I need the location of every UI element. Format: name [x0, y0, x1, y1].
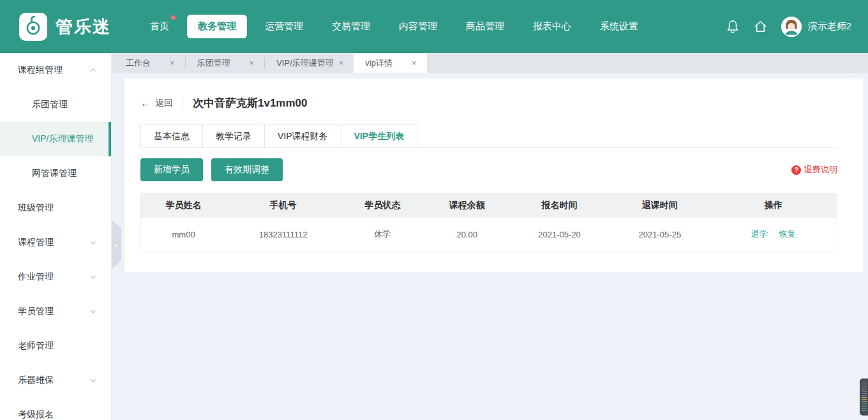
sidebar-item-vip-theory-mgmt[interactable]: VIP/乐理课管理 [0, 122, 111, 156]
adjust-validity-button[interactable]: 有效期调整 [211, 158, 283, 181]
nav-item-operations[interactable]: 运营管理 [254, 15, 314, 38]
sidebar-collapse-handle[interactable]: ‹ [112, 220, 121, 269]
tab-basic-info[interactable]: 基本信息 [140, 124, 203, 147]
close-icon[interactable]: × [412, 58, 417, 68]
restore-link[interactable]: 恢复 [779, 229, 796, 239]
sidebar-item-label: 乐器维保 [18, 375, 54, 386]
tab-teaching-records[interactable]: 教学记录 [203, 124, 265, 147]
sidebar-item-course-mgmt[interactable]: 课程管理 [0, 225, 111, 260]
striptab-orchestra-mgmt[interactable]: 乐团管理 × [186, 53, 265, 73]
tab-vip-course-finance[interactable]: VIP课程财务 [265, 124, 341, 147]
page-title: 次中音萨克斯1v1mm00 [193, 96, 308, 110]
cell-status: 休学 [340, 218, 424, 251]
sidebar-item-label: 课程管理 [18, 237, 54, 248]
collapse-chevron-icon: ‹ [115, 240, 117, 250]
main-nav: 首页 教务管理 运营管理 交易管理 内容管理 商品管理 报表中心 系统设置 [139, 15, 649, 38]
detail-card: ← 返回 次中音萨克斯1v1mm00 基本信息 教学记录 VIP课程财务 [124, 79, 863, 272]
sidebar-item-label: 乐团管理 [32, 99, 68, 110]
sidebar-item-label: 作业管理 [18, 271, 54, 283]
sidebar-item-instrument-maintenance[interactable]: 乐器维保 [0, 363, 111, 398]
nav-item-label: 运营管理 [265, 20, 303, 31]
chevron-down-icon [89, 239, 97, 246]
sidebar-item-course-group-mgmt[interactable]: 课程组管理 [0, 53, 111, 87]
sidebar-item-homework-mgmt[interactable]: 作业管理 [0, 260, 111, 294]
student-table: 学员姓名 手机号 学员状态 课程余额 报名时间 退课时间 操作 mm00 183 [140, 193, 837, 251]
app-body: 课程组管理 乐团管理 VIP/乐理课管理 网管课管理 班级管理 课程管理 作业管… [0, 53, 868, 420]
nav-item-label: 商品管理 [466, 20, 504, 31]
striptab-label: VIP/乐理课管理 [276, 57, 334, 69]
col-phone: 手机号 [226, 193, 340, 218]
close-icon[interactable]: × [250, 58, 255, 68]
question-icon: ? [791, 165, 801, 175]
table-header-row: 学员姓名 手机号 学员状态 课程余额 报名时间 退课时间 操作 [141, 193, 837, 218]
sidebar-item-label: VIP/乐理课管理 [32, 133, 93, 145]
sidebar-item-label: 网管课管理 [32, 168, 77, 179]
striptab-label: 乐团管理 [197, 57, 230, 69]
home-icon[interactable] [753, 19, 768, 34]
username[interactable]: 演示老师2 [808, 20, 851, 33]
refund-note-label: 退费说明 [804, 164, 837, 176]
col-status: 学员状态 [340, 193, 424, 218]
tab-label: VIP学生列表 [354, 131, 405, 141]
main-column: 工作台 × 乐团管理 × VIP/乐理课管理 × vip详情 × [112, 53, 868, 420]
debug-console-widget[interactable] [860, 379, 868, 416]
cell-actions: 退学 恢复 [710, 218, 837, 251]
col-quit-date: 退课时间 [610, 193, 710, 218]
col-student-name: 学员姓名 [141, 193, 227, 218]
nav-item-label: 报表中心 [533, 20, 571, 31]
bell-icon[interactable] [726, 19, 740, 34]
sidebar-item-orchestra-mgmt[interactable]: 乐团管理 [0, 87, 111, 122]
cell-phone: 18323111112 [226, 218, 340, 251]
tab-label: 教学记录 [216, 131, 251, 141]
instrument-logo-icon [24, 15, 43, 39]
sidebar-item-student-mgmt[interactable]: 学员管理 [0, 294, 111, 329]
nav-item-academic[interactable]: 教务管理 [187, 15, 247, 38]
tab-vip-student-list[interactable]: VIP学生列表 [341, 124, 418, 147]
user-avatar[interactable] [781, 17, 802, 37]
nav-item-transactions[interactable]: 交易管理 [321, 15, 381, 38]
debug-stripes-gray [862, 382, 867, 397]
sidebar-item-exam-registration[interactable]: 考级报名 [0, 398, 111, 420]
back-arrow-icon: ← [140, 98, 151, 109]
col-enroll-date: 报名时间 [509, 193, 610, 218]
striptab-vip-detail[interactable]: vip详情 × [354, 53, 426, 73]
sidebar-item-label: 课程组管理 [18, 64, 63, 76]
sidebar-item-class-mgmt[interactable]: 班级管理 [0, 191, 111, 225]
sidebar-item-label: 老师管理 [18, 340, 54, 352]
header-right: 演示老师2 [726, 17, 851, 37]
chevron-down-icon [89, 308, 97, 315]
col-actions: 操作 [710, 193, 837, 218]
cell-enroll-date: 2021-05-20 [509, 218, 610, 251]
close-icon[interactable]: × [339, 58, 344, 68]
tab-label: 基本信息 [154, 131, 190, 141]
sidebar-item-label: 班级管理 [18, 202, 54, 214]
sidebar-item-teacher-mgmt[interactable]: 老师管理 [0, 329, 111, 363]
add-student-button[interactable]: 新增学员 [140, 158, 203, 181]
nav-item-content[interactable]: 内容管理 [388, 15, 448, 38]
col-balance: 课程余额 [425, 193, 509, 218]
back-row: ← 返回 次中音萨克斯1v1mm00 [140, 96, 837, 110]
opened-tabs-strip: 工作台 × 乐团管理 × VIP/乐理课管理 × vip详情 × [112, 53, 868, 73]
nav-item-home[interactable]: 首页 [139, 15, 180, 38]
nav-item-label: 系统设置 [600, 20, 638, 31]
nav-item-reports[interactable]: 报表中心 [522, 15, 582, 38]
refund-note-link[interactable]: ? 退费说明 [791, 164, 837, 176]
title-divider [183, 98, 183, 109]
sidebar-item-online-course-mgmt[interactable]: 网管课管理 [0, 156, 111, 191]
withdraw-link[interactable]: 退学 [751, 229, 768, 239]
back-button[interactable]: ← 返回 [140, 98, 173, 109]
nav-item-products[interactable]: 商品管理 [455, 15, 515, 38]
cell-student-name: mm00 [141, 218, 227, 251]
striptab-vip-theory-mgmt[interactable]: VIP/乐理课管理 × [265, 53, 354, 73]
close-icon[interactable]: × [170, 58, 175, 68]
debug-stripes-teal [862, 403, 867, 412]
striptab-workbench[interactable]: 工作台 × [114, 53, 185, 73]
toolbar: 新增学员 有效期调整 ? 退费说明 [140, 158, 837, 181]
nav-item-settings[interactable]: 系统设置 [589, 15, 649, 38]
back-label: 返回 [155, 98, 173, 109]
page-content: ← 返回 次中音萨克斯1v1mm00 基本信息 教学记录 VIP课程财务 [112, 73, 868, 420]
cell-balance: 20.00 [425, 218, 509, 251]
sidebar-item-label: 学员管理 [18, 306, 54, 317]
tab-label: VIP课程财务 [278, 131, 328, 141]
cell-quit-date: 2021-05-25 [610, 218, 710, 251]
